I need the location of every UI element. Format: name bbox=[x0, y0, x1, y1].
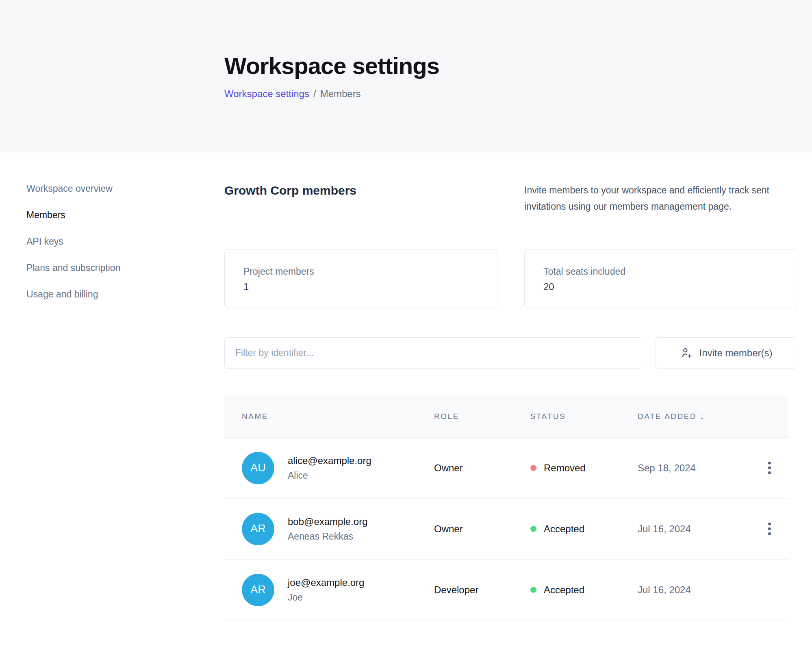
member-role: Developer bbox=[434, 584, 530, 596]
column-header-name[interactable]: Name bbox=[242, 412, 434, 421]
breadcrumb-separator: / bbox=[313, 88, 316, 100]
page-title: Workspace settings bbox=[224, 52, 812, 79]
status-label: Accepted bbox=[544, 523, 584, 535]
user-plus-icon bbox=[680, 347, 693, 359]
row-menu-kebab-icon[interactable] bbox=[765, 458, 774, 477]
member-name: Joe bbox=[288, 592, 364, 603]
sidebar-item-plans-and-subscription[interactable]: Plans and subscription bbox=[26, 262, 224, 273]
avatar: AR bbox=[242, 513, 274, 545]
members-heading: Growth Corp members bbox=[224, 182, 356, 215]
breadcrumb-current: Members bbox=[320, 88, 361, 100]
settings-sidebar: Workspace overview Members API keys Plan… bbox=[0, 152, 224, 620]
members-section-header: Growth Corp members Invite members to yo… bbox=[224, 182, 797, 215]
stat-label: Project members bbox=[243, 266, 478, 277]
breadcrumb-link-workspace-settings[interactable]: Workspace settings bbox=[224, 88, 309, 100]
member-name-stack: joe@example.org Joe bbox=[288, 577, 364, 603]
member-status-cell: Accepted bbox=[530, 584, 638, 596]
date-added-value: Jul 16, 2024 bbox=[638, 584, 761, 596]
row-actions-cell bbox=[761, 519, 788, 538]
avatar-initials: AR bbox=[250, 523, 266, 535]
breadcrumb: Workspace settings / Members bbox=[224, 88, 812, 100]
stat-card-project-members: Project members 1 bbox=[224, 249, 497, 308]
stat-cards: Project members 1 Total seats included 2… bbox=[224, 249, 797, 308]
row-actions-cell bbox=[761, 458, 788, 477]
stat-card-total-seats: Total seats included 20 bbox=[524, 249, 797, 308]
member-role: Owner bbox=[434, 523, 530, 535]
member-identity-cell: AR joe@example.org Joe bbox=[242, 574, 434, 606]
status-dot-icon bbox=[530, 526, 536, 532]
member-status-cell: Removed bbox=[530, 462, 638, 474]
member-role: Owner bbox=[434, 462, 530, 474]
main-panel: Growth Corp members Invite members to yo… bbox=[224, 152, 797, 620]
row-actions-cell bbox=[761, 580, 788, 599]
sidebar-item-api-keys[interactable]: API keys bbox=[26, 236, 224, 247]
member-email: joe@example.org bbox=[288, 577, 364, 588]
avatar-initials: AR bbox=[250, 583, 266, 596]
status-dot-icon bbox=[530, 465, 536, 471]
column-header-status[interactable]: Status bbox=[530, 412, 638, 421]
page-header: Workspace settings Workspace settings / … bbox=[0, 0, 812, 152]
table-header-row: Name Role Status Date added ↓ bbox=[224, 396, 788, 438]
status-label: Removed bbox=[544, 462, 586, 474]
table-body: AU alice@example.org Alice Owner Removed… bbox=[224, 438, 788, 620]
table-toolbar: Invite member(s) bbox=[224, 337, 797, 369]
sidebar-item-members[interactable]: Members bbox=[26, 209, 224, 221]
invite-members-label: Invite member(s) bbox=[699, 347, 772, 359]
member-name-stack: bob@example.org Aeneas Rekkas bbox=[288, 516, 367, 542]
table-row: AR bob@example.org Aeneas Rekkas Owner A… bbox=[224, 499, 788, 560]
invite-members-button[interactable]: Invite member(s) bbox=[656, 337, 797, 369]
table-row: AR joe@example.org Joe Developer Accepte… bbox=[224, 560, 788, 620]
member-name-stack: alice@example.org Alice bbox=[288, 455, 371, 481]
stat-label: Total seats included bbox=[543, 266, 778, 277]
members-table: Name Role Status Date added ↓ AU bbox=[224, 396, 788, 620]
date-added-value: Jul 16, 2024 bbox=[638, 523, 761, 535]
stat-value: 20 bbox=[543, 281, 778, 293]
column-header-date-added[interactable]: Date added ↓ bbox=[638, 412, 761, 421]
member-name: Aeneas Rekkas bbox=[288, 531, 367, 542]
members-description: Invite members to your workspace and eff… bbox=[524, 182, 797, 215]
row-menu-kebab-icon[interactable] bbox=[765, 519, 774, 538]
column-header-role[interactable]: Role bbox=[434, 412, 530, 421]
sidebar-item-usage-and-billing[interactable]: Usage and billing bbox=[26, 288, 224, 300]
avatar-initials: AU bbox=[250, 462, 266, 474]
status-label: Accepted bbox=[544, 584, 584, 596]
member-identity-cell: AU alice@example.org Alice bbox=[242, 452, 434, 484]
content-area: Workspace overview Members API keys Plan… bbox=[0, 152, 812, 620]
member-name: Alice bbox=[288, 470, 371, 481]
stat-value: 1 bbox=[243, 281, 478, 293]
date-added-value: Sep 18, 2024 bbox=[638, 462, 761, 474]
member-status-cell: Accepted bbox=[530, 523, 638, 535]
member-identity-cell: AR bob@example.org Aeneas Rekkas bbox=[242, 513, 434, 545]
table-row: AU alice@example.org Alice Owner Removed… bbox=[224, 438, 788, 499]
avatar: AU bbox=[242, 452, 274, 484]
member-email: bob@example.org bbox=[288, 516, 367, 527]
sidebar-item-workspace-overview[interactable]: Workspace overview bbox=[26, 183, 224, 194]
filter-input[interactable] bbox=[224, 337, 642, 369]
status-dot-icon bbox=[530, 587, 536, 593]
member-email: alice@example.org bbox=[288, 455, 371, 466]
sort-descending-icon: ↓ bbox=[700, 412, 704, 421]
avatar: AR bbox=[242, 574, 274, 606]
